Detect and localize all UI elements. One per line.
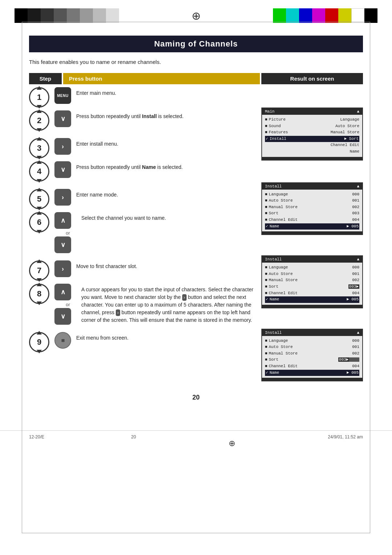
color-bars-container: ⊕ (0, 0, 392, 25)
row-label (269, 149, 339, 155)
screen-arrow-up-2: ▲ (357, 184, 359, 189)
bullet: ✓ (266, 136, 268, 142)
subtitle: This feature enables you to name or rena… (29, 59, 363, 65)
screen-mock-4: Install ▲ ■ Language 000 ■ Auto Store 00… (261, 329, 363, 382)
chevron-up-button-8[interactable]: ∧ (54, 284, 71, 300)
main-content: Naming of Channels This feature enables … (0, 28, 392, 430)
screen-row-3-3: ■ Manual Store 002 (265, 277, 359, 284)
step-num-3: 3 (29, 138, 49, 158)
page-number: 20 (29, 394, 363, 401)
page-footer: 12-20/E 20 ⊕ 24/9/01, 11:52 am (0, 430, 392, 456)
bottom-crosshair: ⊕ (223, 434, 241, 453)
screen-arrow-up-4: ▲ (357, 331, 359, 335)
screen-title-2: Install (265, 184, 282, 189)
margin-line-right (370, 22, 370, 533)
step-row-9: 9 ⊞ Exit menu from screen. (29, 332, 258, 352)
screen-row-4-3: ■ Manual Store 002 (265, 351, 359, 357)
bullet: ■ (265, 129, 268, 136)
step-row-7: 7 › Move to first character slot. (29, 260, 258, 281)
screen-body-3: ■ Language 000 ■ Auto Store 001 ■ Manual… (262, 263, 362, 305)
screen-row-1-1: ■ Picture Language (265, 117, 359, 123)
step-num-7: 7 (29, 260, 49, 281)
screen-header-2: Install ▲ (262, 183, 362, 190)
step-desc-7: Move to first character slot. (76, 260, 258, 270)
title-text: Naming of Channels (154, 39, 238, 48)
chevron-down-button-6[interactable]: ∨ (54, 236, 71, 253)
footer-right: 24/9/01, 11:52 am (328, 434, 363, 453)
row-value: ► Sort (339, 136, 359, 142)
screen-row-3-6: ✓ Name ► 005 (265, 296, 359, 303)
screen-title-4: Install (265, 331, 282, 335)
screen-row-3-2: ■ Auto Store 001 (265, 271, 359, 278)
footer-center: 20 (131, 434, 136, 453)
bullet (265, 149, 268, 155)
screen-row-2-6: ✓ Name ► 005 (265, 223, 359, 230)
screen-body-2: ■ Language 000 ■ Auto Store 001 ■ Manual… (262, 190, 362, 232)
screen-body-1: ■ Picture Language ■ Sound Auto Store ■ … (262, 115, 362, 157)
header-result: Result on screen (261, 73, 363, 84)
row-label: Picture (269, 117, 339, 123)
step-desc-2: Press button repeatedly until Install is… (76, 110, 258, 120)
row-value: Manual Store (331, 129, 359, 136)
screen-footer-2 (262, 231, 362, 234)
steps-area: 1 MENU Enter main menu. 2 ∨ Press button… (29, 87, 363, 386)
screen-row-4-5: ■ Channel Edit 004 (265, 363, 359, 370)
bullet (265, 142, 268, 149)
row-value: Channel Edit (331, 142, 359, 149)
screen-mock-2: Install ▲ ■ Language 000 ■ Auto Store 00… (261, 182, 363, 235)
step-desc-1: Enter main menu. (76, 87, 258, 97)
step-desc-5: Enter name mode. (76, 189, 258, 199)
screen-row-4-4: ■ Sort 003► (265, 357, 359, 363)
step-row-5: 5 › Enter name mode. (29, 189, 258, 209)
chevron-up-button-6[interactable]: ∧ (54, 212, 71, 229)
screen-row-3-1: ■ Language 000 (265, 264, 359, 271)
exit-button[interactable]: ⊞ (54, 332, 71, 349)
header-press: Press button (63, 73, 260, 84)
screen-row-4-6: ✓ Name ► 005 (265, 370, 359, 376)
chevron-right-button-3[interactable]: › (54, 138, 71, 155)
step-desc-4: Press button repeatedly until Name is se… (76, 161, 258, 171)
screen-row-1-4: ✓ Install ► Sort (265, 136, 359, 142)
screen-row-4-1: ■ Language 000 (265, 338, 359, 344)
chevron-right-button-7[interactable]: › (54, 260, 71, 277)
screen-row-1-6: Name (265, 149, 359, 155)
screen-row-2-3: ■ Manual Store 002 (265, 204, 359, 211)
steps-left: 1 MENU Enter main menu. 2 ∨ Press button… (29, 87, 261, 386)
screen-row-2-4: ■ Sort 003 (265, 210, 359, 217)
row-value: Language (339, 117, 359, 123)
screen-mock-3: Install ▲ ■ Language 000 ■ Auto Store 00… (261, 255, 363, 308)
menu-button[interactable]: MENU (54, 87, 71, 104)
step-num-5: 5 (29, 189, 49, 209)
screen-row-3-5: ■ Channel Edit 004 (265, 290, 359, 297)
chevron-down-button-4[interactable]: ∨ (54, 161, 71, 178)
step-num-6: 6 (29, 212, 49, 232)
row-value: Name (339, 149, 359, 155)
screen-row-1-3: ■ Features Manual Store (265, 129, 359, 136)
footer-left: 12-20/E (29, 434, 44, 453)
screen-footer-3 (262, 305, 362, 308)
or-label-8: or (66, 302, 70, 307)
chevron-right-button-5[interactable]: › (54, 189, 71, 206)
step-row-8: 8 ∧ or ∨ A cursor appears for you to sta… (29, 284, 258, 325)
screen-row-4-2: ■ Auto Store 001 (265, 344, 359, 351)
row-label: Features (269, 129, 331, 136)
screen-mock-1: Main ▲ ■ Picture Language ■ Sound Auto S… (261, 108, 363, 161)
screen-footer-4 (262, 378, 362, 381)
chevron-down-button-8[interactable]: ∨ (54, 308, 71, 325)
step-num-1: 1 (29, 87, 49, 108)
chevron-down-button-2[interactable]: ∨ (54, 110, 71, 127)
screen-header-1: Main ▲ (262, 108, 362, 115)
row-label (269, 142, 331, 149)
step-desc-3: Enter install menu. (76, 138, 258, 148)
screen-title-3: Install (265, 257, 282, 262)
step-row-6: 6 ∧ or ∨ Select the channel you want to … (29, 212, 258, 253)
bullet: ■ (265, 123, 268, 130)
step-desc-8: A cursor appears for you to start the in… (81, 284, 258, 324)
screen-body-4: ■ Language 000 ■ Auto Store 001 ■ Manual… (262, 336, 362, 378)
bullet: ■ (265, 117, 268, 123)
step-row-4: 4 ∨ Press button repeatedly until Name i… (29, 161, 258, 182)
margin-line-bottom (22, 533, 370, 533)
screen-header-4: Install ▲ (262, 329, 362, 336)
screen-row-3-4: ■ Sort 003► (265, 284, 359, 290)
step-row-3: 3 › Enter install menu. (29, 138, 258, 158)
